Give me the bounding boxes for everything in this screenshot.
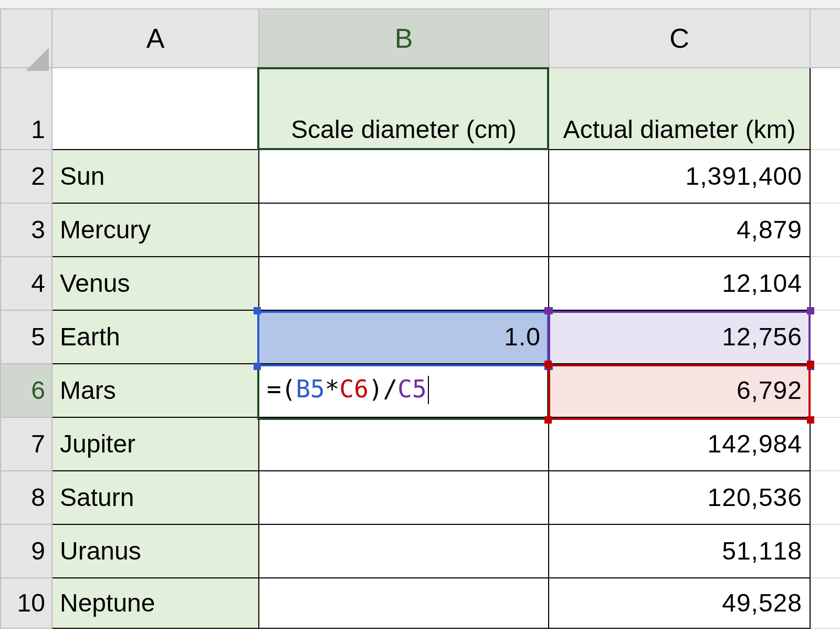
formula-prefix: =(: [267, 375, 296, 403]
cell-C4[interactable]: 12,104: [549, 257, 810, 310]
cell-C10[interactable]: 49,528: [549, 578, 810, 628]
cell-C5[interactable]: 12,756: [549, 310, 810, 364]
row-2: 2 Sun 1,391,400: [1, 150, 840, 203]
cell-A9[interactable]: Uranus: [52, 524, 259, 578]
column-header-extra: [810, 9, 840, 68]
formula-op-mul: *: [325, 375, 340, 403]
cell-B8[interactable]: [259, 471, 549, 524]
row-header-2[interactable]: 2: [1, 150, 52, 203]
cell-C9[interactable]: 51,118: [549, 524, 810, 578]
cell-C1[interactable]: Actual diameter (km): [549, 68, 810, 150]
cell-A5[interactable]: Earth: [52, 310, 259, 364]
cell-A7[interactable]: Jupiter: [52, 417, 259, 471]
cell-D7[interactable]: [810, 417, 840, 471]
row-header-8[interactable]: 8: [1, 471, 52, 524]
cell-D9[interactable]: [810, 524, 840, 578]
column-header-B[interactable]: B: [259, 9, 549, 68]
row-8: 8 Saturn 120,536: [1, 471, 840, 524]
cell-B10[interactable]: [259, 578, 549, 628]
cell-A1[interactable]: [52, 68, 259, 150]
row-5: 5 Earth 1.0 12,756: [1, 310, 840, 364]
row-header-4[interactable]: 4: [1, 257, 52, 310]
cell-D6[interactable]: [810, 364, 840, 417]
cell-B1[interactable]: Scale diameter (cm): [259, 68, 549, 150]
row-7: 7 Jupiter 142,984: [1, 417, 840, 471]
cell-A10[interactable]: Neptune: [52, 578, 259, 628]
cell-A8[interactable]: Saturn: [52, 471, 259, 524]
cell-A3[interactable]: Mercury: [52, 203, 259, 257]
formula-mid: )/: [369, 375, 397, 403]
cell-A6[interactable]: Mars: [52, 364, 259, 417]
formula-ref-C5: C5: [397, 375, 426, 403]
row-10: 10 Neptune 49,528: [1, 578, 840, 628]
column-header-row: A B C: [1, 9, 840, 68]
row-3: 3 Mercury 4,879: [1, 203, 840, 257]
row-header-6[interactable]: 6: [1, 364, 52, 417]
cell-D5[interactable]: [810, 310, 840, 364]
row-header-9[interactable]: 9: [1, 524, 52, 578]
row-header-7[interactable]: 7: [1, 417, 52, 471]
column-header-A[interactable]: A: [52, 9, 259, 68]
row-header-3[interactable]: 3: [1, 203, 52, 257]
formula-ref-C6: C6: [339, 375, 368, 403]
select-all-icon: [26, 48, 49, 71]
cell-C8[interactable]: 120,536: [549, 471, 810, 524]
cell-B3[interactable]: [259, 203, 549, 257]
cell-B9[interactable]: [259, 524, 549, 578]
cell-A2[interactable]: Sun: [52, 150, 259, 203]
cell-D10[interactable]: [810, 578, 840, 628]
cell-B4[interactable]: [259, 257, 549, 310]
cell-D1[interactable]: [810, 68, 840, 150]
cell-B5[interactable]: 1.0: [259, 310, 549, 364]
cell-C7[interactable]: 142,984: [549, 417, 810, 471]
cell-D3[interactable]: [810, 203, 840, 257]
row-1: 1 Scale diameter (cm) Actual diameter (k…: [1, 68, 840, 150]
cell-D8[interactable]: [810, 471, 840, 524]
select-all-corner[interactable]: [1, 9, 52, 68]
cell-C6[interactable]: 6,792: [549, 364, 810, 417]
cell-B7[interactable]: [259, 417, 549, 471]
cell-B6[interactable]: =(B5*C6)/C5: [259, 364, 549, 417]
row-4: 4 Venus 12,104: [1, 257, 840, 310]
row-6: 6 Mars =(B5*C6)/C5 6,792: [1, 364, 840, 417]
spreadsheet-grid: A B C 1 Scale diameter (cm) Actual diame…: [0, 8, 840, 629]
cell-C2[interactable]: 1,391,400: [549, 150, 810, 203]
cell-D2[interactable]: [810, 150, 840, 203]
formula-ref-B5: B5: [296, 375, 324, 403]
row-header-1[interactable]: 1: [1, 68, 52, 150]
text-caret: [428, 376, 429, 404]
row-9: 9 Uranus 51,118: [1, 524, 840, 578]
cell-D4[interactable]: [810, 257, 840, 310]
row-header-10[interactable]: 10: [1, 578, 52, 628]
cell-C3[interactable]: 4,879: [549, 203, 810, 257]
cell-A4[interactable]: Venus: [52, 257, 259, 310]
cell-B2[interactable]: [259, 150, 549, 203]
row-header-5[interactable]: 5: [1, 310, 52, 364]
column-header-C[interactable]: C: [549, 9, 810, 68]
